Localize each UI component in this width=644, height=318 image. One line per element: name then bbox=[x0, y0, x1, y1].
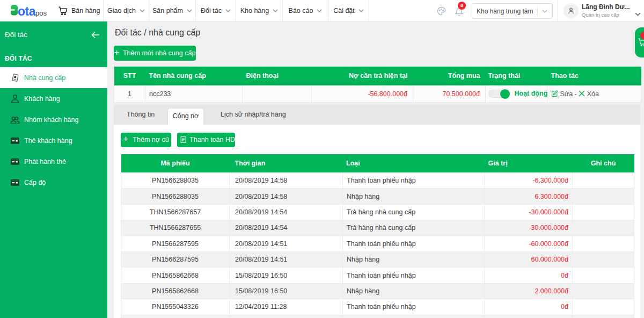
svg-text:pos: pos bbox=[35, 9, 47, 17]
svg-text:ota: ota bbox=[18, 4, 36, 18]
